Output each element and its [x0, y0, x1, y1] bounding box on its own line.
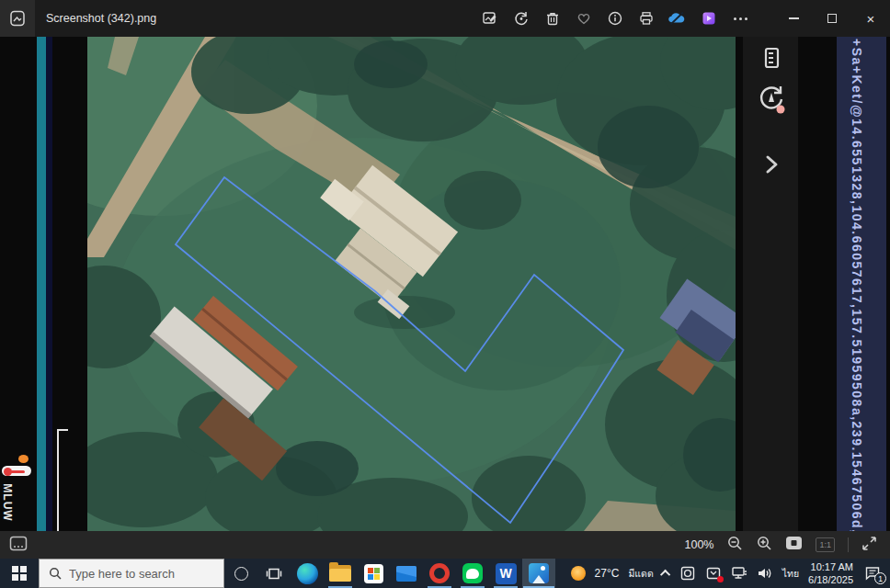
minimize-button[interactable] [774, 0, 813, 37]
file-explorer-icon [329, 565, 351, 582]
titlebar: Screenshot (342).png [0, 0, 890, 37]
alert-badge [717, 576, 724, 582]
cortana-button[interactable] [224, 559, 257, 588]
close-button[interactable]: × [851, 0, 890, 37]
task-view-icon [266, 567, 282, 581]
search-input[interactable] [69, 567, 207, 581]
fullscreen-button[interactable] [861, 536, 877, 555]
earth-url-bar: +Sa+Ket/@14.6551328,104.66057617,157.519… [837, 37, 886, 531]
taskbar-app-edge[interactable] [291, 559, 324, 588]
window-controls: × [774, 0, 890, 37]
volume-icon[interactable] [757, 565, 773, 582]
thermometer-widget-icon [2, 455, 33, 482]
taskbar-app-mail[interactable] [390, 559, 423, 588]
cortana-icon [234, 567, 248, 581]
restore-button[interactable] [813, 0, 851, 37]
taskbar-app-store[interactable] [357, 559, 390, 588]
taskbar-app-photos-active[interactable] [522, 559, 555, 588]
task-view-button[interactable] [257, 559, 291, 588]
search-icon [49, 567, 62, 580]
weather-condition[interactable]: มีแดด [628, 566, 653, 582]
meet-now-icon[interactable] [679, 565, 696, 582]
corner-bracket-line [57, 429, 59, 531]
image-viewer-canvas[interactable]: +Sa+Ket/@14.6551328,104.66057617,157.519… [0, 37, 890, 531]
notification-count-badge: 1 [874, 572, 886, 584]
action-center-button[interactable]: 1 [862, 564, 883, 582]
taskbar-clock[interactable]: 10:17 AM 6/18/2025 [808, 560, 853, 587]
windows-logo-icon [12, 566, 27, 581]
earth-url-text: +Sa+Ket/@14.6551328,104.66057617,157.519… [837, 37, 864, 531]
screenshot-navy-stripe [46, 37, 52, 531]
earth-toolbar [752, 37, 791, 531]
photos-glyph-icon [9, 10, 26, 27]
clock-time: 10:17 AM [808, 560, 853, 573]
zoom-out-button[interactable] [726, 535, 743, 555]
satellite-illustration [87, 37, 736, 531]
more-options-button[interactable] [728, 6, 752, 30]
windows-taskbar: W 27°C มีแดด ไทย [0, 559, 890, 588]
zoom-controls: 100% 1:1 [685, 535, 878, 555]
print-button[interactable] [634, 6, 658, 30]
onedrive-status-icon[interactable] [666, 6, 690, 30]
satellite-map-image [87, 37, 736, 531]
taskbar-app-file-explorer[interactable] [324, 559, 357, 588]
zoom-level-label: 100% [685, 538, 714, 551]
fit-to-window-button[interactable] [785, 536, 803, 554]
compass-reset-icon[interactable] [756, 85, 787, 116]
photos-icon [529, 563, 549, 583]
hidden-icons-chevron[interactable] [660, 570, 670, 580]
statusbar-divider [848, 537, 849, 552]
photos-app-icon [0, 0, 35, 37]
language-indicator[interactable]: ไทย [782, 566, 799, 582]
taskbar-search[interactable] [39, 559, 224, 588]
rotate-button[interactable] [509, 6, 533, 30]
ellipsis-icon [734, 17, 747, 20]
store-icon [364, 564, 383, 583]
taskbar-app-opera[interactable] [423, 559, 456, 588]
chevron-expand-icon[interactable] [756, 149, 787, 180]
restore-icon [827, 14, 837, 23]
photos-app-window: Screenshot (342).png [0, 0, 890, 588]
security-alert-icon[interactable] [705, 565, 722, 582]
taskbar-app-line[interactable] [456, 559, 489, 588]
favorite-button[interactable] [572, 6, 596, 30]
mail-icon [396, 566, 416, 582]
minimize-icon [789, 17, 799, 19]
viewer-statusbar: 100% 1:1 [0, 531, 890, 559]
sun-dot-icon [18, 455, 29, 463]
line-icon [462, 563, 483, 583]
photos-toolbar [478, 6, 752, 30]
zoom-in-button[interactable] [756, 535, 772, 555]
screenshot-teal-stripe [37, 37, 46, 531]
window-title: Screenshot (342).png [46, 12, 156, 25]
side-vertical-label: MLUW [1, 481, 14, 525]
taskbar-app-word[interactable]: W [489, 559, 522, 588]
clock-date: 6/18/2025 [808, 573, 853, 586]
weather-sun-icon[interactable] [571, 566, 586, 581]
ruler-icon[interactable] [756, 42, 787, 74]
close-icon: × [867, 11, 875, 27]
edge-icon [297, 563, 318, 584]
system-tray: 27°C มีแดด ไทย 10:17 AM 6/18/2025 [571, 559, 890, 588]
clipchamp-icon[interactable] [697, 6, 721, 30]
word-icon: W [496, 563, 517, 584]
info-button[interactable] [603, 6, 627, 30]
edit-image-button[interactable] [478, 6, 502, 30]
weather-temp[interactable]: 27°C [595, 567, 620, 580]
opera-icon [429, 563, 450, 583]
start-button[interactable] [0, 559, 39, 588]
actual-size-button[interactable]: 1:1 [816, 537, 835, 552]
filmstrip-toggle-button[interactable] [9, 536, 28, 555]
corner-bracket-line-top [57, 429, 68, 431]
delete-button[interactable] [541, 6, 565, 30]
network-icon[interactable] [731, 565, 747, 582]
